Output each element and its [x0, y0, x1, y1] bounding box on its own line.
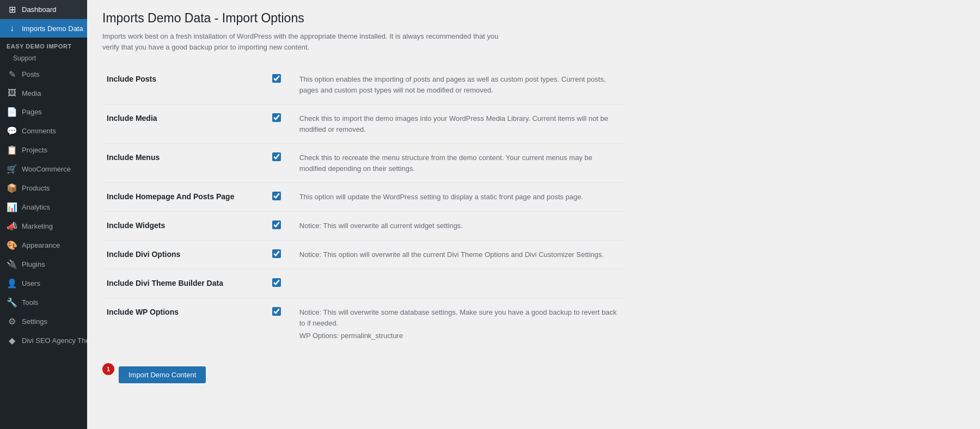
- posts-icon: ✎: [7, 69, 17, 79]
- option-checkbox-include-media[interactable]: [272, 113, 281, 122]
- sidebar-item-media[interactable]: 🖼 Media: [0, 84, 87, 102]
- sidebar-item-woocommerce[interactable]: 🛒 WooCommerce: [0, 160, 87, 179]
- sidebar-item-projects[interactable]: 📋 Projects: [0, 140, 87, 160]
- option-checkbox-include-wp-options[interactable]: [272, 307, 281, 316]
- tools-icon: 🔧: [7, 297, 17, 308]
- projects-icon: 📋: [7, 145, 17, 155]
- settings-icon: ⚙: [7, 316, 17, 327]
- sidebar-item-comments[interactable]: 💬 Comments: [0, 121, 87, 140]
- option-description-include-homepage: This option will update the WordPress se…: [295, 183, 625, 212]
- sidebar-section-easy-demo-import: Easy Demo Import: [0, 38, 87, 52]
- option-description-include-divi-builder: [295, 269, 625, 298]
- option-description-include-widgets: Notice: This will overwrite all current …: [295, 212, 625, 241]
- option-checkbox-include-divi-builder[interactable]: [272, 278, 281, 287]
- option-label-include-wp-options: Include WP Options: [102, 298, 268, 350]
- sidebar: ⊞ Dashboard ↓ Imports Demo Data Easy Dem…: [0, 0, 87, 429]
- option-row-include-widgets: Include WidgetsNotice: This will overwri…: [102, 212, 625, 241]
- import-demo-content-button[interactable]: Import Demo Content: [119, 366, 206, 383]
- analytics-icon: 📊: [7, 202, 17, 212]
- sidebar-item-users[interactable]: 👤 Users: [0, 274, 87, 293]
- sidebar-item-plugins[interactable]: 🔌 Plugins: [0, 255, 87, 274]
- option-description-include-menus: Check this to recreate the menu structur…: [295, 144, 625, 183]
- option-description-include-media: Check this to import the demo images int…: [295, 105, 625, 144]
- appearance-icon: 🎨: [7, 240, 17, 250]
- sidebar-item-divi-seo[interactable]: ◆ Divi SEO Agency Theme: [0, 331, 87, 350]
- option-description-include-divi-options: Notice: This option will overwrite all t…: [295, 241, 625, 269]
- option-label-include-divi-options: Include Divi Options: [102, 241, 268, 269]
- dashboard-icon: ⊞: [7, 4, 17, 15]
- pages-icon: 📄: [7, 107, 17, 117]
- products-icon: 📦: [7, 183, 17, 193]
- option-checkbox-include-posts[interactable]: [272, 74, 281, 83]
- option-checkbox-include-homepage[interactable]: [272, 192, 281, 200]
- option-row-include-posts: Include PostsThis option enables the imp…: [102, 65, 625, 105]
- main-content: Imports Demo Data - Import Options Impor…: [87, 0, 980, 429]
- sidebar-item-dashboard[interactable]: ⊞ Dashboard: [0, 0, 87, 19]
- sidebar-item-analytics[interactable]: 📊 Analytics: [0, 198, 87, 217]
- option-label-include-widgets: Include Widgets: [102, 212, 268, 241]
- sidebar-item-appearance[interactable]: 🎨 Appearance: [0, 236, 87, 255]
- page-title: Imports Demo Data - Import Options: [102, 11, 965, 26]
- option-row-include-wp-options: Include WP OptionsNotice: This will over…: [102, 298, 625, 350]
- option-description-include-wp-options: Notice: This will overwrite some databas…: [295, 298, 625, 350]
- imports-icon: ↓: [7, 23, 17, 33]
- option-checkbox-include-widgets[interactable]: [272, 220, 281, 229]
- woocommerce-icon: 🛒: [7, 164, 17, 174]
- import-button-row: 1 Import Demo Content: [102, 356, 965, 383]
- option-row-include-media: Include MediaCheck this to import the de…: [102, 105, 625, 144]
- option-row-include-divi-builder: Include Divi Theme Builder Data: [102, 269, 625, 298]
- sidebar-item-tools[interactable]: 🔧 Tools: [0, 293, 87, 312]
- sidebar-item-marketing[interactable]: 📣 Marketing: [0, 217, 87, 236]
- sidebar-item-pages[interactable]: 📄 Pages: [0, 102, 87, 121]
- divi-seo-icon: ◆: [7, 335, 17, 346]
- option-row-include-divi-options: Include Divi OptionsNotice: This option …: [102, 241, 625, 269]
- option-label-include-menus: Include Menus: [102, 144, 268, 183]
- option-checkbox-include-divi-options[interactable]: [272, 249, 281, 258]
- option-checkbox-include-menus[interactable]: [272, 152, 281, 161]
- users-icon: 👤: [7, 278, 17, 289]
- option-label-include-divi-builder: Include Divi Theme Builder Data: [102, 269, 268, 298]
- media-icon: 🖼: [7, 88, 17, 98]
- sidebar-item-imports-demo-data[interactable]: ↓ Imports Demo Data: [0, 19, 87, 38]
- notification-badge: 1: [102, 363, 114, 375]
- option-label-include-posts: Include Posts: [102, 65, 268, 105]
- option-extra-include-wp-options: WP Options: permalink_structure: [299, 330, 621, 341]
- option-label-include-media: Include Media: [102, 105, 268, 144]
- option-row-include-homepage: Include Homepage And Posts PageThis opti…: [102, 183, 625, 212]
- option-description-include-posts: This option enables the importing of pos…: [295, 65, 625, 105]
- sidebar-item-support[interactable]: Support: [0, 52, 87, 65]
- options-table: Include PostsThis option enables the imp…: [102, 65, 625, 350]
- plugins-icon: 🔌: [7, 259, 17, 269]
- option-row-include-menus: Include MenusCheck this to recreate the …: [102, 144, 625, 183]
- marketing-icon: 📣: [7, 221, 17, 231]
- comments-icon: 💬: [7, 126, 17, 136]
- option-label-include-homepage: Include Homepage And Posts Page: [102, 183, 268, 212]
- page-description: Imports work best on a fresh installatio…: [102, 31, 505, 52]
- sidebar-item-posts[interactable]: ✎ Posts: [0, 65, 87, 84]
- sidebar-item-products[interactable]: 📦 Products: [0, 179, 87, 198]
- sidebar-item-settings[interactable]: ⚙ Settings: [0, 312, 87, 331]
